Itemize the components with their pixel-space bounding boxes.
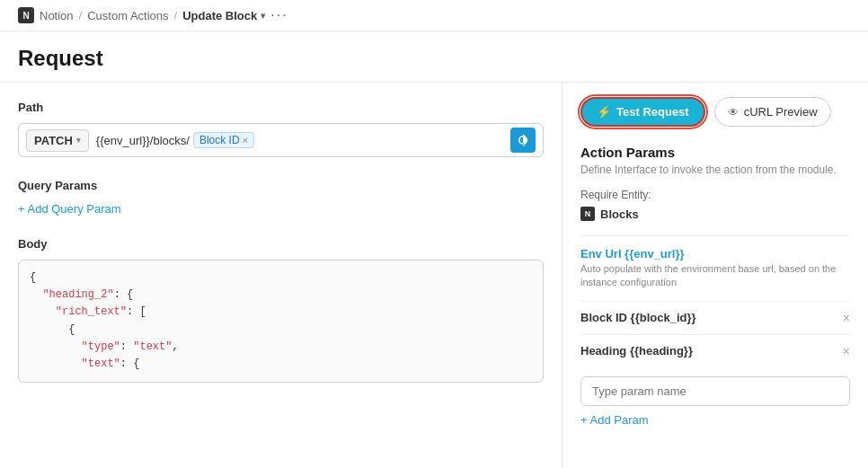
heading-label: Heading {{heading}} bbox=[580, 344, 693, 358]
env-url-desc: Auto populate with the environment base … bbox=[580, 262, 850, 290]
breadcrumb-section[interactable]: Custom Actions bbox=[87, 9, 168, 22]
entity-name: Blocks bbox=[600, 208, 639, 221]
code-line-2: "heading_2": { bbox=[30, 287, 532, 304]
main-layout: Path PATCH ▾ {{env_url}}/blocks/ Block I… bbox=[0, 83, 868, 468]
notion-icon: N bbox=[18, 7, 34, 23]
query-params-label: Query Params bbox=[18, 179, 544, 192]
chevron-down-icon: ▾ bbox=[261, 11, 265, 21]
method-select[interactable]: PATCH ▾ bbox=[26, 129, 89, 152]
add-query-param-button[interactable]: + Add Query Param bbox=[18, 202, 121, 216]
body-label: Body bbox=[18, 237, 544, 251]
add-param-button[interactable]: + Add Param bbox=[580, 413, 850, 427]
path-label: Path bbox=[18, 101, 544, 114]
action-params-desc: Define Interface to invoke the action fr… bbox=[580, 163, 850, 176]
path-tag-block-id: Block ID × bbox=[193, 132, 254, 148]
path-section: Path PATCH ▾ {{env_url}}/blocks/ Block I… bbox=[18, 101, 544, 157]
test-request-button[interactable]: ⚡ Test Request bbox=[580, 97, 705, 127]
entity-badge: N Blocks bbox=[580, 207, 639, 221]
entity-notion-icon: N bbox=[580, 207, 595, 221]
code-line-3: "rich_text": [ bbox=[30, 304, 532, 321]
heading-param-row: Heading {{heading}} × bbox=[580, 334, 850, 367]
body-code-editor[interactable]: { "heading_2": { "rich_text": [ { "type"… bbox=[18, 260, 544, 383]
test-request-label: Test Request bbox=[616, 105, 689, 119]
env-url-section: Env Url {{env_url}} Auto populate with t… bbox=[580, 235, 850, 290]
refresh-icon bbox=[517, 134, 529, 146]
breadcrumb-sep2: / bbox=[174, 9, 178, 22]
env-url-label[interactable]: Env Url {{env_url}} bbox=[580, 247, 850, 260]
block-id-param-row: Block ID {{block_id}} × bbox=[580, 301, 850, 334]
eye-icon: 👁 bbox=[728, 106, 739, 119]
curl-preview-button[interactable]: 👁 cURL Preview bbox=[714, 97, 831, 127]
path-row: PATCH ▾ {{env_url}}/blocks/ Block ID × bbox=[18, 123, 544, 157]
block-id-remove-button[interactable]: × bbox=[843, 311, 850, 325]
body-section: Body { "heading_2": { "rich_text": [ { "… bbox=[18, 237, 544, 383]
action-params-title: Action Params bbox=[580, 145, 850, 160]
breadcrumb-current-label: Update Block bbox=[182, 9, 257, 22]
require-entity-label: Require Entity: bbox=[580, 189, 850, 201]
code-line-4: { bbox=[30, 322, 532, 339]
breadcrumb: N Notion / Custom Actions / Update Block… bbox=[0, 0, 868, 31]
action-buttons: ⚡ Test Request 👁 cURL Preview bbox=[580, 97, 850, 127]
path-input-area: {{env_url}}/blocks/ Block ID × bbox=[96, 132, 503, 148]
path-tag-label: Block ID bbox=[199, 134, 240, 146]
curl-preview-label: cURL Preview bbox=[744, 105, 818, 119]
query-params-section: Query Params + Add Query Param bbox=[18, 179, 544, 216]
breadcrumb-app[interactable]: Notion bbox=[40, 9, 74, 22]
more-options-button[interactable]: ··· bbox=[270, 7, 288, 23]
test-icon: ⚡ bbox=[597, 105, 611, 119]
type-param-input[interactable] bbox=[580, 376, 850, 406]
path-action-button[interactable] bbox=[510, 128, 536, 153]
page-title: Request bbox=[0, 31, 868, 83]
path-prefix: {{env_url}}/blocks/ bbox=[96, 134, 190, 147]
breadcrumb-sep1: / bbox=[79, 9, 83, 22]
heading-remove-button[interactable]: × bbox=[843, 344, 850, 358]
left-panel: Path PATCH ▾ {{env_url}}/blocks/ Block I… bbox=[0, 83, 562, 468]
block-id-label: Block ID {{block_id}} bbox=[580, 311, 696, 324]
right-panel: ⚡ Test Request 👁 cURL Preview Action Par… bbox=[562, 83, 868, 468]
code-line-1: { bbox=[30, 269, 532, 287]
method-value: PATCH bbox=[34, 134, 73, 147]
method-chevron-icon: ▾ bbox=[76, 136, 81, 145]
code-line-6: "text": { bbox=[30, 356, 532, 373]
breadcrumb-current[interactable]: Update Block ▾ bbox=[182, 9, 265, 22]
code-line-5: "type": "text", bbox=[30, 339, 532, 356]
path-tag-remove-icon[interactable]: × bbox=[243, 135, 248, 146]
